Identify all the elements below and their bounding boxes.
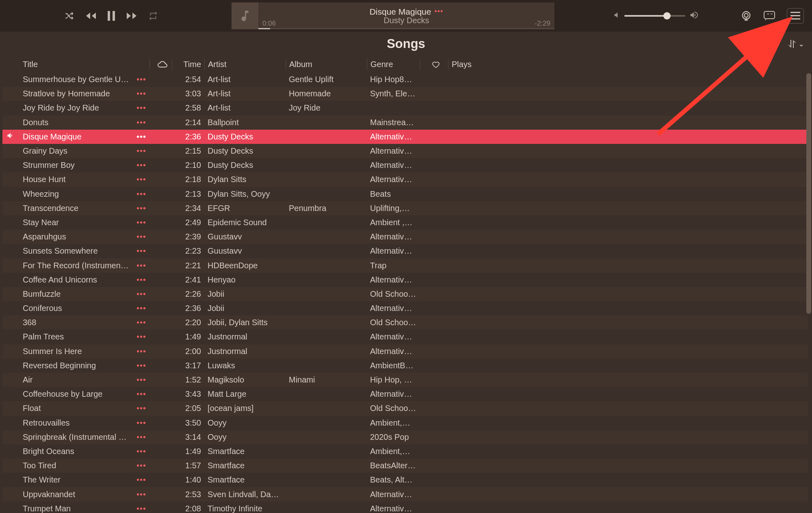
track-more-icon[interactable]: ••• — [133, 289, 149, 299]
progress-track[interactable] — [258, 28, 554, 29]
column-artist[interactable]: Artist — [204, 59, 286, 70]
track-more-icon[interactable]: ••• — [133, 246, 149, 256]
table-row[interactable]: Trumpet Man•••2:08Timothy InfiniteAltern… — [2, 502, 808, 513]
track-time: 2:15 — [172, 146, 204, 156]
track-more-icon[interactable]: ••• — [133, 232, 149, 241]
table-row[interactable]: Summer Is Here•••2:00JustnormalAlternati… — [2, 344, 808, 359]
track-more-icon[interactable]: ••• — [133, 375, 149, 385]
track-more-icon[interactable]: ••• — [133, 175, 149, 184]
track-title: Uppvaknandet — [19, 490, 133, 499]
track-title: Joy Ride by Joy Ride — [19, 103, 133, 113]
previous-button[interactable] — [84, 11, 97, 21]
column-plays[interactable]: Plays — [448, 59, 489, 70]
track-more-icon[interactable]: ••• — [133, 261, 149, 270]
table-row[interactable]: Disque Magique•••2:36Dusty DecksAlternat… — [2, 130, 808, 144]
table-row[interactable]: For The Record (Instrument…•••2:21HDBeen… — [2, 258, 808, 272]
sort-icon[interactable]: ⌄ — [788, 39, 804, 49]
track-more-icon[interactable]: ••• — [133, 361, 149, 370]
scrollbar-thumb[interactable] — [806, 73, 811, 314]
track-more-icon[interactable]: ••• — [133, 332, 149, 341]
track-album: Joy Ride — [286, 103, 367, 113]
track-more-icon[interactable]: ••• — [133, 218, 149, 227]
track-more-icon[interactable]: ••• — [133, 275, 149, 285]
track-title: Strummer Boy — [19, 161, 133, 170]
table-row[interactable]: 368•••2:20Jobii, Dylan SittsOld Schoo… — [2, 315, 808, 330]
play-pause-button[interactable] — [106, 10, 116, 22]
table-row[interactable]: Asparuhgus•••2:39GuustavvAlternative… — [2, 230, 808, 244]
now-playing-more-icon[interactable]: ••• — [434, 7, 443, 16]
column-album[interactable]: Album — [286, 59, 367, 70]
track-more-icon[interactable]: ••• — [133, 504, 149, 513]
svg-rect-7 — [790, 15, 800, 16]
shuffle-button[interactable] — [64, 11, 75, 21]
table-row[interactable]: Too Tired•••1:57SmartfaceBeatsAlter… — [2, 459, 808, 473]
table-row[interactable]: Stratlove by Homemade•••3:03Art-listHome… — [2, 87, 808, 101]
track-more-icon[interactable]: ••• — [133, 475, 149, 485]
table-row[interactable]: Summerhouse by Gentle Upl…•••2:54Art-lis… — [2, 72, 808, 87]
track-genre: Alternative… — [367, 161, 420, 170]
track-more-icon[interactable]: ••• — [133, 304, 149, 313]
airplay-icon[interactable] — [741, 10, 752, 22]
table-row[interactable]: Strummer Boy•••2:10Dusty DecksAlternativ… — [2, 158, 808, 172]
column-cloud[interactable] — [149, 59, 172, 70]
table-row[interactable]: Joy Ride by Joy Ride•••2:58Art-listJoy R… — [2, 101, 808, 115]
table-row[interactable]: Air•••1:52MagiksoloMinamiHip Hop, C… — [2, 373, 808, 387]
table-row[interactable]: Float•••2:05[ocean jams]Old Schoo… — [2, 401, 808, 415]
table-row[interactable]: Springbreak (Instrumental V…•••3:14Ooyy2… — [2, 430, 808, 444]
volume-slider[interactable] — [624, 15, 685, 17]
volume-thumb[interactable] — [663, 12, 671, 20]
column-genre[interactable]: Genre — [367, 59, 420, 70]
table-row[interactable]: Coniferous•••2:36JobiiAlternative… — [2, 301, 808, 315]
track-more-icon[interactable]: ••• — [133, 447, 149, 456]
track-title: Coniferous — [19, 304, 133, 313]
track-more-icon[interactable]: ••• — [133, 204, 149, 213]
track-more-icon[interactable]: ••• — [133, 132, 149, 141]
column-time[interactable]: Time — [172, 59, 204, 70]
track-more-icon[interactable]: ••• — [133, 318, 149, 327]
column-title[interactable]: Title — [19, 59, 149, 70]
scrollbar[interactable] — [806, 73, 811, 511]
table-row[interactable]: Transcendence•••2:34EFGRPenumbraUpliftin… — [2, 201, 808, 215]
track-more-icon[interactable]: ••• — [133, 418, 149, 428]
elapsed-time: 0:06 — [262, 20, 276, 28]
table-row[interactable]: The Writer•••1:40SmartfaceBeats, Alte… — [2, 473, 808, 487]
next-button[interactable] — [126, 11, 138, 21]
track-more-icon[interactable]: ••• — [133, 118, 149, 127]
album-art-placeholder — [232, 2, 258, 29]
column-love[interactable] — [420, 59, 448, 70]
track-more-icon[interactable]: ••• — [133, 404, 149, 413]
table-row[interactable]: Coffee And Unicorns•••2:41HenyaoAlternat… — [2, 273, 808, 287]
table-row[interactable]: Uppvaknandet•••2:53Sven Lindvall, Dan…Al… — [2, 487, 808, 501]
track-more-icon[interactable]: ••• — [133, 161, 149, 170]
track-more-icon[interactable]: ••• — [133, 89, 149, 98]
track-more-icon[interactable]: ••• — [133, 490, 149, 499]
queue-button[interactable] — [787, 8, 804, 24]
table-row[interactable]: Sunsets Somewhere•••2:23GuustavvAlternat… — [2, 244, 808, 258]
track-title: Donuts — [19, 118, 133, 127]
table-row[interactable]: Retrouvailles•••3:50OoyyAmbient,… — [2, 416, 808, 430]
table-row[interactable]: Coffeehouse by Large•••3:43Matt LargeAlt… — [2, 387, 808, 401]
table-row[interactable]: Palm Trees•••1:49JustnormalAlternative… — [2, 330, 808, 344]
track-more-icon[interactable]: ••• — [133, 433, 149, 442]
track-title: Wheezing — [19, 189, 133, 199]
table-row[interactable]: Grainy Days•••2:15Dusty DecksAlternative… — [2, 144, 808, 158]
repeat-button[interactable] — [148, 11, 158, 21]
track-more-icon[interactable]: ••• — [133, 189, 149, 199]
table-row[interactable]: Bright Oceans•••1:49SmartfaceAmbient,… — [2, 444, 808, 459]
table-row[interactable]: Donuts•••2:14BallpointMainstrea… — [2, 115, 808, 130]
track-more-icon[interactable]: ••• — [133, 103, 149, 113]
track-more-icon[interactable]: ••• — [133, 146, 149, 156]
track-title: Transcendence — [19, 204, 133, 213]
table-row[interactable]: Stay Near•••2:49Epidemic SoundAmbient ,… — [2, 215, 808, 230]
track-more-icon[interactable]: ••• — [133, 75, 149, 84]
table-row[interactable]: Reversed Beginning•••3:17LuwaksAmbientB… — [2, 359, 808, 373]
track-more-icon[interactable]: ••• — [133, 347, 149, 356]
player-controls — [64, 10, 158, 22]
lyrics-icon[interactable]: ” ” — [763, 11, 775, 21]
track-more-icon[interactable]: ••• — [133, 389, 149, 399]
table-row[interactable]: House Hunt•••2:18Dylan SittsAlternative… — [2, 172, 808, 187]
table-row[interactable]: Wheezing•••2:13Dylan Sitts, OoyyBeats — [2, 187, 808, 201]
search-icon[interactable] — [769, 37, 778, 51]
track-more-icon[interactable]: ••• — [133, 461, 149, 470]
table-row[interactable]: Bumfuzzle•••2:26JobiiOld Schoo… — [2, 287, 808, 301]
